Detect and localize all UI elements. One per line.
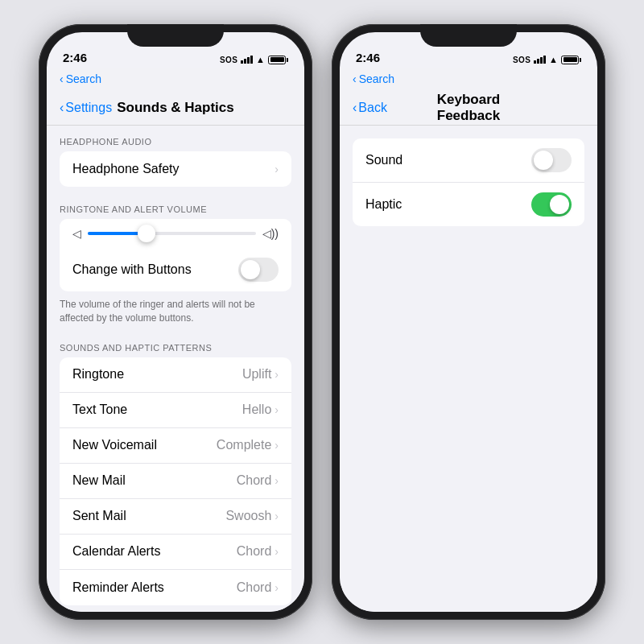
back-label-2: Back [358,101,387,115]
back-button-1[interactable]: ‹ Settings [60,101,116,115]
status-right-2: SOS ▲ [513,55,581,64]
new-mail-label: New Mail [72,473,237,488]
search-label-2: Search [359,72,394,85]
phone-1-screen: 2:46 SOS ▲ ‹ [47,32,304,612]
back-chevron-icon-2: ‹ [353,101,357,115]
ringtone-label: Ringtone [72,367,242,382]
wifi-icon-2: ▲ [549,55,558,64]
section-header-headphone: HEADPHONE AUDIO [47,126,304,151]
headphone-group: Headphone Safety › [60,151,291,187]
scroll-content-2: Sound Haptic [340,126,597,612]
battery-icon-1 [268,56,288,64]
status-time-2: 2:46 [356,51,380,64]
search-bar-row-1: ‹ Search [47,68,304,90]
sound-toggle[interactable] [531,148,572,172]
haptic-label: Haptic [365,197,531,212]
reminder-alerts-chevron: › [275,581,279,594]
sound-row[interactable]: Sound [353,138,584,183]
spacer-2 [340,126,597,138]
phone-2: 2:46 SOS ▲ ‹ [332,24,605,620]
text-tone-row[interactable]: Text Tone Hello › [60,393,291,428]
section-header-sounds: SOUNDS AND HAPTIC PATTERNS [47,332,304,357]
notch [127,24,224,47]
new-mail-chevron: › [275,474,279,487]
toggle-knob [241,260,260,279]
search-chevron-icon-1: ‹ [60,72,64,85]
back-button-2[interactable]: ‹ Back [353,101,409,115]
nav-title-1: Sounds & Haptics [116,100,235,116]
volume-slider-track[interactable] [88,232,256,235]
sent-mail-row[interactable]: Sent Mail Swoosh › [60,499,291,535]
search-label-1: Search [66,72,101,85]
new-mail-value: Chord [237,473,272,488]
sos-label-1: SOS [220,56,237,64]
text-tone-label: Text Tone [72,402,242,417]
new-mail-row[interactable]: New Mail Chord › [60,464,291,499]
ringtone-value: Uplift [242,367,271,382]
calendar-alerts-row[interactable]: Calendar Alerts Chord › [60,535,291,570]
haptic-toggle[interactable] [531,192,572,217]
search-bar-row-2: ‹ Search [340,68,597,90]
volume-slider-thumb[interactable] [138,225,155,242]
reminder-alerts-value: Chord [237,580,272,595]
phone-1: 2:46 SOS ▲ ‹ [39,24,312,620]
sounds-group: Ringtone Uplift › Text Tone Hello › New … [60,357,291,605]
reminder-alerts-label: Reminder Alerts [72,580,237,595]
reminder-alerts-row[interactable]: Reminder Alerts Chord › [60,570,291,605]
back-chevron-icon-1: ‹ [60,101,64,115]
text-tone-value: Hello [242,402,271,417]
new-voicemail-label: New Voicemail [72,438,217,452]
sound-toggle-knob [534,151,553,170]
new-voicemail-value: Complete [217,438,271,452]
volume-group: ◁ ◁)) Change with Buttons [60,219,291,291]
notch-2 [420,24,517,47]
calendar-alerts-value: Chord [237,544,272,559]
phone-2-screen: 2:46 SOS ▲ ‹ [340,32,597,612]
status-right-1: SOS ▲ [220,55,288,64]
back-label-1: Settings [65,101,112,115]
sent-mail-value: Swoosh [225,509,271,523]
headphone-safety-chevron: › [275,163,279,175]
search-link-2[interactable]: ‹ Search [353,72,394,85]
sent-mail-chevron: › [275,510,279,522]
calendar-alerts-chevron: › [275,545,279,558]
haptic-toggle-knob [550,195,569,214]
change-with-buttons-label: Change with Buttons [72,262,238,277]
nav-bar-2: ‹ Back Keyboard Feedback [340,90,597,126]
text-tone-chevron: › [275,403,279,416]
signal-icon-2 [534,56,546,64]
change-with-buttons-row[interactable]: Change with Buttons [60,248,291,291]
nav-bar-1: ‹ Settings Sounds & Haptics [47,90,304,126]
nav-title-2: Keyboard Feedback [409,92,528,124]
change-with-buttons-toggle[interactable] [238,258,279,282]
ringtone-row[interactable]: Ringtone Uplift › [60,357,291,393]
calendar-alerts-label: Calendar Alerts [72,544,237,559]
status-time-1: 2:46 [63,51,87,64]
signal-icon-1 [241,56,253,64]
section-header-volume: RINGTONE AND ALERT VOLUME [47,193,304,219]
vol-low-icon: ◁ [72,227,81,240]
battery-icon-2 [561,56,581,64]
new-voicemail-row[interactable]: New Voicemail Complete › [60,428,291,464]
ringtone-chevron: › [275,368,279,381]
wifi-icon-1: ▲ [256,55,265,64]
search-link-1[interactable]: ‹ Search [60,72,101,85]
keyboard-feedback-group: Sound Haptic [353,138,584,226]
haptic-row[interactable]: Haptic [353,183,584,226]
volume-slider-row[interactable]: ◁ ◁)) [60,219,291,248]
volume-desc: The volume of the ringer and alerts will… [47,295,304,332]
scroll-content-1: HEADPHONE AUDIO Headphone Safety › RINGT… [47,126,304,612]
headphone-safety-row[interactable]: Headphone Safety › [60,151,291,187]
sos-label-2: SOS [513,56,530,64]
new-voicemail-chevron: › [275,439,279,452]
vol-high-icon: ◁)) [262,227,279,240]
search-chevron-icon-2: ‹ [353,72,357,85]
sent-mail-label: Sent Mail [72,509,225,523]
headphone-safety-label: Headphone Safety [72,162,275,176]
sound-label: Sound [365,153,531,167]
